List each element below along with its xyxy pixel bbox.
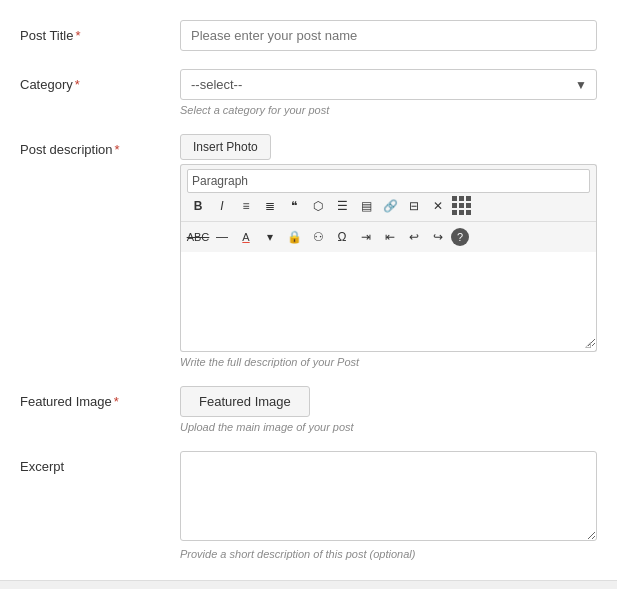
- align-right-button[interactable]: ▤: [355, 195, 377, 217]
- post-description-textarea[interactable]: [181, 252, 596, 347]
- featured-image-label: Featured Image*: [20, 386, 180, 409]
- ordered-list-button[interactable]: ≣: [259, 195, 281, 217]
- category-hint: Select a category for your post: [180, 104, 597, 116]
- italic-button[interactable]: I: [211, 195, 233, 217]
- resize-handle-icon: ⊿: [584, 339, 594, 349]
- outdent-button[interactable]: ⇤: [379, 226, 401, 248]
- editor-body: ⊿: [180, 252, 597, 352]
- post-description-field: Insert Photo Paragraph B I ≡ ≣ ❝ ⬡ ☰ ▤ 🔗…: [180, 134, 597, 368]
- unordered-list-button[interactable]: ≡: [235, 195, 257, 217]
- featured-image-row: Featured Image* Featured Image Upload th…: [20, 386, 597, 433]
- post-description-hint: Write the full description of your Post: [180, 356, 597, 368]
- category-label: Category*: [20, 69, 180, 92]
- redo-button[interactable]: ↪: [427, 226, 449, 248]
- required-marker: *: [115, 142, 120, 157]
- paragraph-select[interactable]: Paragraph: [187, 169, 590, 193]
- undo-button[interactable]: ↩: [403, 226, 425, 248]
- form-container: Post Title* Category* --select-- ▼ Selec…: [0, 0, 617, 560]
- font-color-button[interactable]: A: [235, 226, 257, 248]
- excerpt-field-container: Provide a short description of this post…: [180, 451, 597, 560]
- lock-button[interactable]: 🔒: [283, 226, 305, 248]
- excerpt-textarea[interactable]: [180, 451, 597, 541]
- post-title-input[interactable]: [180, 20, 597, 51]
- required-marker: *: [75, 77, 80, 92]
- post-title-field: [180, 20, 597, 51]
- font-color-picker[interactable]: ▾: [259, 226, 281, 248]
- dash-button[interactable]: —: [211, 226, 233, 248]
- bold-button[interactable]: B: [187, 195, 209, 217]
- link2-button[interactable]: ⚇: [307, 226, 329, 248]
- label-text: Excerpt: [20, 459, 64, 474]
- help-button[interactable]: ?: [451, 228, 469, 246]
- toolbar-row2: ABC — A ▾ 🔒 ⚇ Ω ⇥ ⇤ ↩ ↪ ?: [181, 222, 596, 252]
- post-description-row: Post description* Insert Photo Paragraph…: [20, 134, 597, 368]
- blockquote-button[interactable]: ❝: [283, 195, 305, 217]
- excerpt-label: Excerpt: [20, 451, 180, 474]
- featured-image-hint: Upload the main image of your post: [180, 421, 597, 433]
- indent-button[interactable]: ⇥: [355, 226, 377, 248]
- insert-photo-btn[interactable]: Insert Photo: [180, 134, 271, 160]
- featured-image-button[interactable]: Featured Image: [180, 386, 310, 417]
- required-marker: *: [114, 394, 119, 409]
- remove-format-button[interactable]: ✕: [427, 195, 449, 217]
- link-button[interactable]: 🔗: [379, 195, 401, 217]
- category-select[interactable]: --select--: [180, 69, 597, 100]
- label-text: Post Title: [20, 28, 73, 43]
- horizontal-rule-button[interactable]: ⊟: [403, 195, 425, 217]
- align-left-button[interactable]: ⬡: [307, 195, 329, 217]
- footer-bar: Create Post: [0, 580, 617, 589]
- align-center-button[interactable]: ☰: [331, 195, 353, 217]
- label-text: Featured Image: [20, 394, 112, 409]
- category-select-wrapper: --select-- ▼: [180, 69, 597, 100]
- table-button[interactable]: [451, 195, 473, 217]
- label-text: Post description: [20, 142, 113, 157]
- label-text: Category: [20, 77, 73, 92]
- excerpt-hint: Provide a short description of this post…: [180, 548, 597, 560]
- table-icon: [452, 196, 472, 216]
- category-row: Category* --select-- ▼ Select a category…: [20, 69, 597, 116]
- featured-image-field: Featured Image Upload the main image of …: [180, 386, 597, 433]
- post-description-label: Post description*: [20, 134, 180, 157]
- required-marker: *: [75, 28, 80, 43]
- post-title-label: Post Title*: [20, 20, 180, 43]
- insert-photo-label: Insert Photo: [193, 140, 258, 154]
- toolbar-row1: Paragraph B I ≡ ≣ ❝ ⬡ ☰ ▤ 🔗 ⊟ ✕: [181, 165, 596, 222]
- post-title-row: Post Title*: [20, 20, 597, 51]
- excerpt-row: Excerpt Provide a short description of t…: [20, 451, 597, 560]
- editor-toolbar: Paragraph B I ≡ ≣ ❝ ⬡ ☰ ▤ 🔗 ⊟ ✕: [180, 164, 597, 252]
- featured-image-button-label: Featured Image: [199, 394, 291, 409]
- omega-button[interactable]: Ω: [331, 226, 353, 248]
- strikethrough-button[interactable]: ABC: [187, 226, 209, 248]
- category-field: --select-- ▼ Select a category for your …: [180, 69, 597, 116]
